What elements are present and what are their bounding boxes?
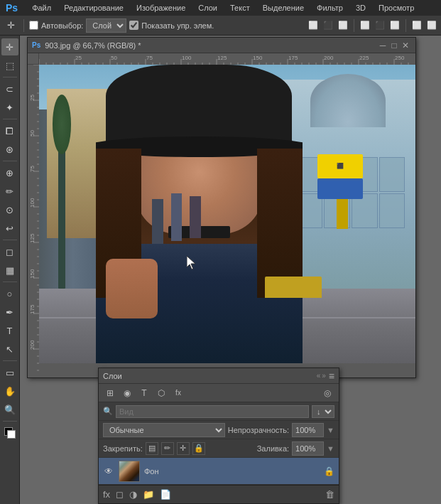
canvas-background[interactable]: Ps 903.jpg @ 66,7% (RGB/8) * ─ □ ✕ [20,36,441,504]
path-select-tool[interactable]: ↖ [1,341,18,358]
add-mask-btn[interactable]: ◻ [116,489,124,500]
layers-pixel-filter-icon[interactable]: ◉ [120,386,134,400]
layer-thumbnail [119,461,140,482]
doc-minimize-btn[interactable]: ─ [377,40,388,51]
menu-text[interactable]: Текст [224,2,256,14]
menu-edit[interactable]: Редактирование [58,2,129,14]
menu-file[interactable]: Файл [26,2,57,14]
menu-image[interactable]: Изображение [131,2,191,14]
selection-tool[interactable]: ⬚ [1,57,18,74]
left-sep-2 [3,119,17,119]
menubar: Ps Файл Редактирование Изображение Слои … [0,0,441,16]
autoselect-checkbox[interactable] [29,21,38,30]
document-window: Ps 903.jpg @ 66,7% (RGB/8) * ─ □ ✕ [27,37,416,378]
eyedropper-tool[interactable]: ⊛ [1,141,18,158]
align-center-h-icon[interactable]: ⬛ [322,19,334,32]
opacity-dropdown-arrow[interactable]: ▼ [327,426,334,434]
street-photo: ⬛ [39,65,415,363]
distribute-v-icon[interactable]: ⬜ [425,19,438,32]
panel-collapse-arrows[interactable]: « » [317,372,326,380]
history-brush-tool[interactable]: ↩ [1,220,18,237]
left-sep-7 [3,421,17,422]
create-layer-btn[interactable]: 📄 [160,489,171,500]
layers-fill-input[interactable] [292,441,324,456]
layers-panel-title: Слои [103,372,317,380]
add-fx-btn[interactable]: fx [103,489,110,500]
heal-tool[interactable]: ⊕ [1,164,18,181]
doc-close-btn[interactable]: ✕ [400,40,411,51]
create-group-btn[interactable]: 📁 [143,489,154,500]
layers-blend-mode-select[interactable]: Обычные [103,423,225,437]
layers-lock-bar: Закрепить: ▤ ✏ ✛ 🔒 Заливка: ▼ [99,439,339,458]
align-middle-v-icon[interactable]: ⬛ [374,19,386,32]
options-toolbar: ✛ Автовыбор: Слой Показать упр. элем. ⬜ … [0,16,441,36]
align-top-icon[interactable]: ⬜ [359,19,371,32]
stamp-tool[interactable]: ⊙ [1,201,18,218]
layers-bottom-bar: fx ◻ ◑ 📁 📄 🗑 [99,485,339,503]
document-title: 903.jpg @ 66,7% (RGB/8) * [45,41,377,50]
menu-select[interactable]: Выделение [257,2,310,14]
move-tool[interactable]: ✛ [1,38,18,55]
app-logo: Ps [3,2,21,14]
shape-tool[interactable]: ▭ [1,364,18,381]
search-icon: 🔍 [103,407,113,416]
gradient-tool[interactable]: ▦ [1,262,18,279]
layers-search-type-select[interactable]: ↓ [312,405,334,418]
brush-tool[interactable]: ✏ [1,183,18,200]
layers-opacity-input[interactable] [292,423,324,437]
eraser-tool[interactable]: ◻ [1,243,18,260]
layers-lock-transparency-icon[interactable]: ▤ [146,442,158,455]
layers-effect-filter-icon[interactable]: fx [171,386,185,400]
foreground-color[interactable] [1,424,18,441]
toolbar-separator-1 [23,19,24,32]
lasso-tool[interactable]: ⊂ [1,80,18,97]
dodge-tool[interactable]: ○ [1,285,18,302]
layer-visibility-toggle[interactable]: 👁 [103,466,114,477]
left-toolbar: ✛ ⬚ ⊂ ✦ ⧠ ⊛ ⊕ ✏ ⊙ ↩ ◻ ▦ ○ ✒ T ↖ ▭ ✋ 🔍 [0,36,20,504]
photo-canvas[interactable]: ⬛ [39,65,415,363]
doc-maximize-btn[interactable]: □ [388,40,400,51]
menu-filter[interactable]: Фильтр [311,2,349,14]
move-tool-icon[interactable]: ✛ [3,18,18,33]
document-titlebar[interactable]: Ps 903.jpg @ 66,7% (RGB/8) * ─ □ ✕ [28,38,415,53]
panel-arr-left[interactable]: « [317,372,321,380]
zoom-tool[interactable]: 🔍 [1,401,18,418]
panel-arr-right[interactable]: » [322,372,326,380]
layer-name: Фон [144,467,320,476]
layers-search-input[interactable] [116,405,309,418]
road-sign-blue [317,178,363,199]
left-sep-6 [3,360,17,361]
magic-wand-tool[interactable]: ✦ [1,99,18,116]
car-yellow [265,277,322,297]
layers-lock-all-icon[interactable]: 🔒 [192,442,205,455]
align-left-icon[interactable]: ⬜ [307,19,320,32]
fill-dropdown-arrow[interactable]: ▼ [327,444,334,453]
distribute-h-icon[interactable]: ⬜ [410,19,423,32]
bg-person-3 [190,196,201,238]
crop-tool[interactable]: ⧠ [1,122,18,139]
align-bottom-icon[interactable]: ⬜ [388,19,401,32]
layers-panel-options-icon[interactable]: ◎ [320,386,334,400]
show-elements-checkbox[interactable] [129,21,138,30]
align-right-icon[interactable]: ⬜ [337,19,349,32]
create-fill-layer-btn[interactable]: ◑ [129,489,137,500]
doc-ps-logo: Ps [32,41,40,49]
layer-item[interactable]: 👁 Фон 🔒 [99,458,339,485]
layers-shape-filter-icon[interactable]: ⬡ [154,386,168,400]
delete-layer-btn[interactable]: 🗑 [325,489,334,500]
menu-layers[interactable]: Слои [192,2,223,14]
autoselect-select[interactable]: Слой [86,18,126,33]
layers-text-filter-icon[interactable]: T [137,386,151,400]
type-tool[interactable]: T [1,322,18,339]
menu-3d[interactable]: 3D [350,2,371,14]
ruler-horizontal [39,53,415,65]
layers-lock-image-icon[interactable]: ✏ [161,442,174,455]
hand-tool[interactable]: ✋ [1,382,18,400]
pen-tool[interactable]: ✒ [1,304,18,321]
layers-lock-position-icon[interactable]: ✛ [177,442,190,455]
tree-trunk-1 [58,139,66,289]
layers-panel-menu-icon[interactable]: ≡ [329,370,334,382]
layers-kind-filter-icon[interactable]: ⊞ [103,386,117,400]
left-sep-3 [3,161,17,161]
menu-view[interactable]: Просмотр [373,2,420,14]
